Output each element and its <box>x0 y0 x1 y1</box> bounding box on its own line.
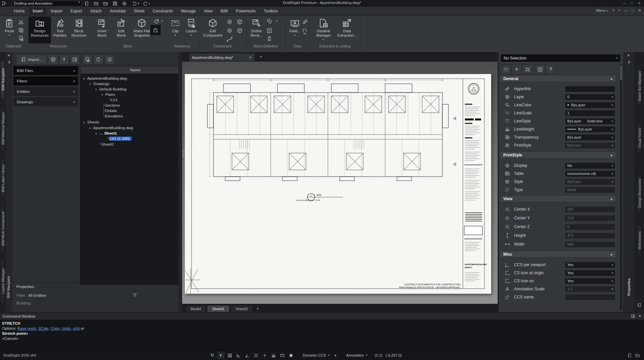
tab-sheet1[interactable]: Sheet1 <box>207 305 229 312</box>
block-attributes-button[interactable] <box>266 18 273 25</box>
width-field[interactable]: 606 <box>565 241 615 248</box>
sidebar-tab-sheet-set-manager[interactable]: Sheet Set Manager <box>637 67 641 105</box>
layers-button[interactable]: Layers ▾ <box>183 17 199 43</box>
section-general[interactable]: General▲ <box>500 75 616 82</box>
cut-button[interactable] <box>18 19 24 25</box>
filter-value[interactable]: All Entities <box>28 293 46 297</box>
sidebar-tab-visual-styles[interactable]: Visual Styles <box>637 123 641 153</box>
panel-splitter[interactable] <box>178 52 182 312</box>
table-dropdown[interactable]: monochrome.ctb▾ <box>565 171 615 177</box>
grid-toggle[interactable] <box>226 352 233 359</box>
edit-block-button[interactable]: Edit Block <box>112 17 130 43</box>
refresh-button[interactable] <box>93 55 103 65</box>
select-box-button[interactable] <box>522 64 533 74</box>
centery-field[interactable]: 210 <box>565 215 615 221</box>
linecolor-dropdown[interactable]: ●ByLayer▾ <box>565 102 615 108</box>
menu-view[interactable]: View <box>200 7 216 15</box>
sidebar-tab-bim-label-library[interactable]: BIM Label Library <box>0 158 5 199</box>
menu-attach[interactable]: Attach <box>87 7 105 15</box>
command-window[interactable]: STRETCH Options: Base point, SCale, Copy… <box>0 320 644 350</box>
sidebar-tab-layers-manager[interactable]: Layers Manager <box>0 259 5 303</box>
menu-sheet[interactable]: Sheet <box>130 7 148 15</box>
tab-model[interactable]: Model <box>185 305 206 312</box>
define-block-button[interactable]: Define Block... <box>248 17 265 43</box>
frame-toggle[interactable] <box>278 352 286 359</box>
tag-button[interactable] <box>153 18 160 25</box>
menu-import[interactable]: Import <box>47 7 66 15</box>
properties-pin-icon[interactable] <box>627 60 631 65</box>
export-block-button[interactable] <box>82 55 93 65</box>
close-button[interactable]: ✕ <box>637 1 641 5</box>
hyperlink-button[interactable] <box>302 19 308 25</box>
pointer-toggle[interactable] <box>217 352 225 359</box>
ccs-viewport-dropdown[interactable]: Yes▾ <box>565 262 615 268</box>
ribbon-close-icon[interactable]: ✕ <box>638 8 641 13</box>
bim-panel-pin-icon[interactable] <box>7 60 11 65</box>
cube-remove-button[interactable] <box>236 19 243 25</box>
datalink-manager-button[interactable]: Datalink Manager ▾ <box>313 17 334 43</box>
spline-edit-button[interactable] <box>226 36 233 43</box>
centerz-field[interactable]: 0 <box>565 224 615 230</box>
tag-dropdown-icon[interactable]: ▾ <box>161 20 163 23</box>
attributes-dropdown-icon[interactable]: ▾ <box>276 20 277 23</box>
dock-toggle-button[interactable] <box>70 55 80 65</box>
style-dropdown[interactable]: ByColor▾ <box>565 179 615 185</box>
notification-doc-icon[interactable] <box>627 353 632 358</box>
paste-button[interactable]: Paste ▾ <box>2 17 17 43</box>
ortho-toggle[interactable] <box>235 352 242 359</box>
sidebar-tab-bim-multi-component[interactable]: BIM Multi Component <box>0 206 5 252</box>
minimize-button[interactable]: — <box>622 1 626 5</box>
esnap-toggle[interactable] <box>252 352 260 359</box>
layer-dropdown[interactable]: 0▾ <box>565 94 615 100</box>
ccs-name-field[interactable] <box>565 294 615 300</box>
bim-panel-close-icon[interactable]: ✕ <box>7 53 10 57</box>
model-view-button[interactable] <box>48 55 58 65</box>
hyperlink-field[interactable] <box>565 86 615 92</box>
properties-close-icon[interactable]: ✕ <box>627 53 630 57</box>
new-document-tab-button[interactable]: + <box>258 54 264 59</box>
etrack-toggle[interactable] <box>261 352 268 359</box>
tab-sheet2[interactable]: Sheet2 <box>231 305 253 312</box>
notification-doc2-icon[interactable] <box>635 353 640 358</box>
snap-toggle[interactable] <box>208 352 216 359</box>
sync-attributes-button[interactable] <box>266 35 273 42</box>
block-structure-button[interactable]: Block Structure <box>69 17 88 43</box>
section-misc[interactable]: Misc▲ <box>500 251 616 258</box>
menu-toolbox[interactable]: Toolbox <box>260 7 281 15</box>
sidebar-tab-design-resources[interactable]: Design Resources <box>637 174 641 212</box>
menu-export[interactable]: Export <box>67 7 86 15</box>
sheet-paper[interactable]: 1 LV1 ApartmentBuilding - 1:100 CONTRACT… <box>185 74 491 294</box>
bim-section-files[interactable]: BIM Files› <box>13 66 78 75</box>
transparency-dropdown[interactable]: ByLayer▾ <box>565 134 615 141</box>
sidebar-tab-references[interactable]: References <box>637 225 641 255</box>
menu-powertools[interactable]: Powertools <box>232 7 259 15</box>
menu-button[interactable]: Menu ▾ <box>596 8 608 12</box>
option-base-point[interactable]: Base point <box>18 326 36 330</box>
tree-column-header[interactable]: Name <box>80 66 190 74</box>
add-workspace-button[interactable]: + <box>332 353 339 358</box>
copy-with-base-button[interactable] <box>18 35 24 41</box>
centerx-field[interactable]: 297 <box>565 206 615 213</box>
section-view[interactable]: View▲ <box>500 195 616 202</box>
tree-item[interactable]: ▾ApartmentBuilding.dwg <box>80 76 193 81</box>
cs-origin-dropdown[interactable]: Yes▾ <box>565 270 615 276</box>
annotation-scale-dropdown[interactable]: 1:1▾ <box>565 286 615 292</box>
command-dock-icon[interactable] <box>631 314 635 319</box>
sidebar-tab-bim-material-mapper[interactable]: BIM Material Mapper <box>0 106 5 151</box>
ribbon-minimize-icon[interactable]: — <box>624 8 628 12</box>
command-window-header[interactable]: Command Window ✕ <box>0 312 644 320</box>
data-extraction-button[interactable]: Data Extraction... <box>335 17 359 43</box>
bim-section-drawings[interactable]: Drawings› <box>13 97 78 106</box>
datalink-dropdown-icon[interactable]: ▾ <box>323 38 324 41</box>
view-marker[interactable]: 1 LV1 ApartmentBuilding - 1:100 <box>296 193 343 201</box>
menu-constraints[interactable]: Constraints <box>149 7 177 15</box>
lineweight-dropdown[interactable]: ByLayer▾ <box>565 126 615 133</box>
panel-doc-icon[interactable] <box>637 303 642 308</box>
clip-button[interactable]: Clip ▾ <box>168 17 182 43</box>
section-printstyle[interactable]: PrintStyle▲ <box>500 151 616 158</box>
ribbon-maximize-icon[interactable]: □ <box>632 8 634 12</box>
bim-section-entities[interactable]: Entities› <box>13 87 78 96</box>
sidebar-tab-bim-navigator[interactable]: BIM Navigator <box>0 61 5 98</box>
option-undo[interactable]: Undo <box>62 326 71 330</box>
document-tab-close-icon[interactable]: ✕ <box>249 56 252 59</box>
